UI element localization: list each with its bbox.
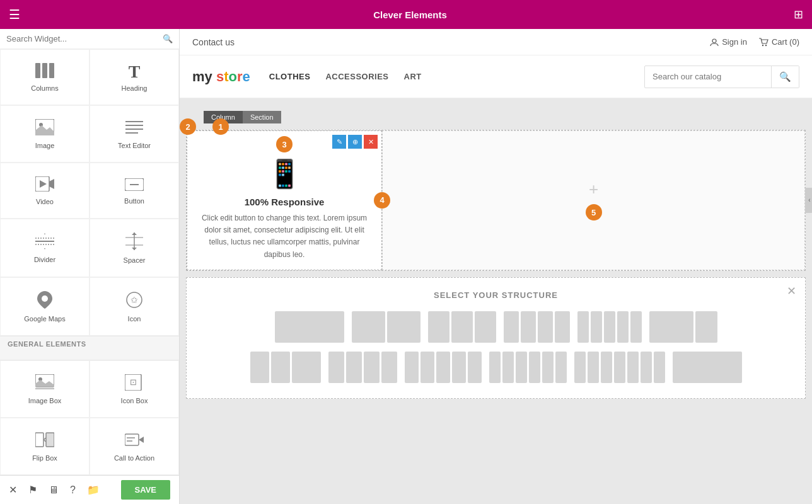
nav-art[interactable]: ART xyxy=(404,72,422,81)
svg-rect-33 xyxy=(46,433,54,447)
store-search: 🔍 xyxy=(644,66,799,88)
columns-label: Columns xyxy=(31,84,58,92)
collapse-handle[interactable]: ‹ xyxy=(805,188,812,213)
spacer-label: Spacer xyxy=(124,256,146,264)
svg-rect-1 xyxy=(42,63,47,78)
plus-add-icon[interactable]: + xyxy=(589,180,598,199)
widget-spacer[interactable]: Spacer xyxy=(90,219,179,277)
text-editor-label: Text Editor xyxy=(118,142,151,149)
svg-rect-2 xyxy=(49,63,54,78)
badge-4[interactable]: 4 xyxy=(374,192,390,209)
store-header: my store CLOTHES ACCESSORIES ART 🔍 xyxy=(180,55,812,98)
google-maps-label: Google Maps xyxy=(24,315,65,323)
widget-flip-box[interactable]: Flip Box xyxy=(0,418,90,475)
structure-narrow-wide[interactable] xyxy=(250,352,321,383)
widget-google-maps[interactable]: Google Maps xyxy=(0,277,90,336)
svg-point-37 xyxy=(712,39,716,43)
structure-wide-narrow[interactable] xyxy=(649,311,717,343)
svg-text:✩: ✩ xyxy=(130,295,138,305)
store-nav: CLOTHES ACCESSORIES ART xyxy=(269,72,422,81)
close-tool-button[interactable]: ✕ xyxy=(364,135,378,149)
widget-columns[interactable]: Columns xyxy=(0,49,90,105)
monitor-icon[interactable]: 🖥 xyxy=(49,484,59,496)
structure-2-3[interactable] xyxy=(574,352,665,383)
svg-marker-18 xyxy=(44,248,45,249)
flag-icon[interactable]: ⚑ xyxy=(28,484,37,496)
folder-icon[interactable]: 📁 xyxy=(87,484,100,496)
button-icon xyxy=(125,177,144,193)
badge-5[interactable]: 5 xyxy=(586,204,602,220)
structure-3col[interactable] xyxy=(428,311,496,343)
widget-title: 100% Responsive xyxy=(245,197,325,207)
nav-clothes[interactable]: CLOTHES xyxy=(269,72,311,81)
badge-3[interactable]: 3 xyxy=(276,136,293,152)
nav-accessories[interactable]: ACCESSORIES xyxy=(325,72,388,81)
badge-1[interactable]: 1 xyxy=(212,118,229,135)
duplicate-tool-button[interactable]: ⊕ xyxy=(348,135,362,149)
bottom-bar: ✕ ⚑ 🖥 ? 📁 SAVE xyxy=(0,475,179,504)
widget-toolbar: ✎ ⊕ ✕ xyxy=(332,135,378,149)
structure-1col[interactable] xyxy=(275,311,344,343)
svg-point-38 xyxy=(762,44,763,45)
store-logo: my store xyxy=(192,69,250,85)
help-icon[interactable]: ? xyxy=(70,484,76,496)
divider-icon xyxy=(35,233,54,252)
widget-image-box[interactable]: Image Box xyxy=(0,360,90,418)
widget-video[interactable]: Video xyxy=(0,163,90,219)
section-tab[interactable]: Section xyxy=(243,111,281,123)
svg-marker-17 xyxy=(44,233,45,234)
structure-4col[interactable] xyxy=(504,311,570,343)
widget-icon-box[interactable]: ⊡ Icon Box xyxy=(90,360,179,418)
heading-label: Heading xyxy=(122,84,148,92)
icon-box-label: Icon Box xyxy=(121,397,148,404)
search-input[interactable] xyxy=(6,34,159,43)
phone-icon: 📱 xyxy=(267,158,302,190)
sign-in-link[interactable]: Sign in xyxy=(710,37,747,47)
svg-marker-11 xyxy=(49,179,54,189)
menu-icon[interactable]: ☰ xyxy=(9,7,20,22)
widget-text: Click edit button to change this text. L… xyxy=(194,212,375,261)
flip-box-label: Flip Box xyxy=(32,454,57,462)
store-search-button[interactable]: 🔍 xyxy=(771,66,799,88)
columns-icon xyxy=(35,63,54,81)
divider-label: Divider xyxy=(34,256,55,263)
badge-2[interactable]: 2 xyxy=(180,118,196,135)
svg-rect-32 xyxy=(35,433,44,447)
app-title: Clever Elements xyxy=(26,9,794,20)
search-bar: 🔍 xyxy=(0,29,179,49)
widget-heading[interactable]: T Heading xyxy=(90,49,179,105)
flip-box-icon xyxy=(35,432,54,450)
sidebar: 🔍 Columns T Heading Image xyxy=(0,29,180,504)
grid-icon[interactable]: ⊞ xyxy=(794,8,803,21)
store-search-input[interactable] xyxy=(645,67,771,86)
heading-icon: T xyxy=(129,63,141,81)
widget-text-editor[interactable]: Text Editor xyxy=(90,105,179,163)
structure-3-2[interactable] xyxy=(489,352,567,383)
call-to-action-label: Call to Action xyxy=(114,454,154,462)
google-maps-icon xyxy=(37,291,52,311)
svg-marker-20 xyxy=(132,232,137,235)
video-icon xyxy=(35,176,54,194)
structure-2col[interactable] xyxy=(352,311,420,343)
image-icon xyxy=(35,119,54,138)
close-icon[interactable]: ✕ xyxy=(9,484,17,496)
widget-icon[interactable]: ✩ Icon xyxy=(90,277,179,336)
cart-link[interactable]: Cart (0) xyxy=(758,37,799,47)
select-structure-close[interactable]: ✕ xyxy=(787,284,796,298)
canvas-area: 2 1 Column Section 33.0% 3 xyxy=(180,98,812,504)
structure-1-2-1[interactable] xyxy=(328,352,397,383)
structure-5col[interactable] xyxy=(577,311,642,343)
structure-2-1-2[interactable] xyxy=(405,352,482,383)
image-box-label: Image Box xyxy=(28,397,62,404)
button-label: Button xyxy=(124,197,144,205)
svg-text:⊡: ⊡ xyxy=(130,377,137,387)
widget-call-to-action[interactable]: Call to Action xyxy=(90,418,179,475)
edit-tool-button[interactable]: ✎ xyxy=(332,135,346,149)
svg-point-24 xyxy=(42,295,48,302)
widget-divider[interactable]: Divider xyxy=(0,219,90,277)
spacer-icon xyxy=(125,232,143,253)
widget-button[interactable]: Button xyxy=(90,163,179,219)
structure-single-wide[interactable] xyxy=(673,352,742,383)
widget-image[interactable]: Image xyxy=(0,105,90,163)
save-button[interactable]: SAVE xyxy=(121,480,170,500)
